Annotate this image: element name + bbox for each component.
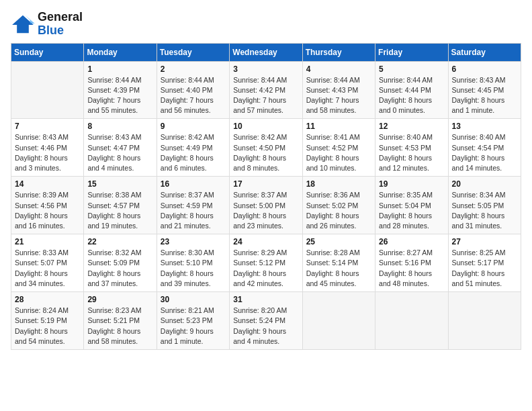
day-number: 9	[161, 122, 226, 131]
calendar-cell: 30Sunrise: 8:21 AM Sunset: 5:23 PM Dayli…	[157, 292, 229, 350]
day-info: Sunrise: 8:20 AM Sunset: 5:24 PM Dayligh…	[233, 306, 298, 347]
calendar-cell: 27Sunrise: 8:25 AM Sunset: 5:17 PM Dayli…	[448, 234, 521, 292]
day-info: Sunrise: 8:44 AM Sunset: 4:39 PM Dayligh…	[87, 75, 152, 116]
day-number: 27	[452, 237, 517, 246]
header-tuesday: Tuesday	[157, 43, 229, 61]
calendar-header-row: SundayMondayTuesdayWednesdayThursdayFrid…	[11, 43, 521, 61]
calendar-cell: 19Sunrise: 8:35 AM Sunset: 5:04 PM Dayli…	[375, 177, 448, 234]
day-info: Sunrise: 8:44 AM Sunset: 4:44 PM Dayligh…	[379, 75, 444, 116]
day-number: 6	[452, 64, 517, 74]
day-info: Sunrise: 8:25 AM Sunset: 5:17 PM Dayligh…	[452, 248, 517, 289]
header-wednesday: Wednesday	[230, 43, 302, 61]
day-number: 31	[233, 295, 298, 304]
day-number: 22	[87, 237, 152, 246]
day-info: Sunrise: 8:36 AM Sunset: 5:02 PM Dayligh…	[306, 190, 371, 231]
week-row-4: 21Sunrise: 8:33 AM Sunset: 5:07 PM Dayli…	[11, 234, 521, 292]
day-number: 11	[306, 122, 371, 131]
calendar-cell: 5Sunrise: 8:44 AM Sunset: 4:44 PM Daylig…	[375, 61, 448, 119]
day-info: Sunrise: 8:42 AM Sunset: 4:50 PM Dayligh…	[233, 132, 298, 173]
calendar-cell	[375, 292, 448, 350]
day-info: Sunrise: 8:28 AM Sunset: 5:14 PM Dayligh…	[306, 248, 371, 289]
day-number: 19	[379, 179, 444, 189]
calendar-cell: 26Sunrise: 8:27 AM Sunset: 5:16 PM Dayli…	[375, 234, 448, 292]
day-info: Sunrise: 8:33 AM Sunset: 5:07 PM Dayligh…	[15, 248, 80, 289]
day-number: 12	[379, 122, 444, 131]
day-number: 16	[161, 179, 226, 189]
calendar-cell	[448, 292, 521, 350]
day-info: Sunrise: 8:32 AM Sunset: 5:09 PM Dayligh…	[87, 248, 152, 289]
day-number: 18	[306, 179, 371, 189]
logo-text: General Blue	[38, 11, 83, 38]
page-header: General Blue	[11, 11, 521, 38]
day-info: Sunrise: 8:37 AM Sunset: 5:00 PM Dayligh…	[233, 190, 298, 231]
day-number: 4	[306, 64, 371, 74]
day-info: Sunrise: 8:43 AM Sunset: 4:45 PM Dayligh…	[452, 75, 517, 116]
day-info: Sunrise: 8:23 AM Sunset: 5:21 PM Dayligh…	[87, 306, 152, 347]
calendar-cell: 21Sunrise: 8:33 AM Sunset: 5:07 PM Dayli…	[11, 234, 84, 292]
calendar-cell: 4Sunrise: 8:44 AM Sunset: 4:43 PM Daylig…	[302, 61, 375, 119]
week-row-3: 14Sunrise: 8:39 AM Sunset: 4:56 PM Dayli…	[11, 177, 521, 234]
day-number: 17	[233, 179, 298, 189]
day-number: 21	[15, 237, 80, 246]
calendar-cell: 9Sunrise: 8:42 AM Sunset: 4:49 PM Daylig…	[157, 119, 229, 177]
day-number: 8	[87, 122, 152, 131]
day-info: Sunrise: 8:40 AM Sunset: 4:53 PM Dayligh…	[379, 132, 444, 173]
day-number: 30	[161, 295, 226, 304]
day-number: 10	[233, 122, 298, 131]
day-info: Sunrise: 8:27 AM Sunset: 5:16 PM Dayligh…	[379, 248, 444, 289]
logo-general: General	[38, 11, 83, 24]
day-info: Sunrise: 8:35 AM Sunset: 5:04 PM Dayligh…	[379, 190, 444, 231]
day-number: 23	[161, 237, 226, 246]
day-number: 2	[161, 64, 226, 74]
day-info: Sunrise: 8:24 AM Sunset: 5:19 PM Dayligh…	[15, 306, 80, 347]
logo: General Blue	[11, 11, 83, 38]
calendar-cell: 10Sunrise: 8:42 AM Sunset: 4:50 PM Dayli…	[230, 119, 302, 177]
day-info: Sunrise: 8:29 AM Sunset: 5:12 PM Dayligh…	[233, 248, 298, 289]
day-number: 1	[87, 64, 152, 74]
calendar-cell: 1Sunrise: 8:44 AM Sunset: 4:39 PM Daylig…	[84, 61, 157, 119]
day-number: 24	[233, 237, 298, 246]
day-number: 20	[452, 179, 517, 189]
calendar-cell: 23Sunrise: 8:30 AM Sunset: 5:10 PM Dayli…	[157, 234, 229, 292]
calendar-cell: 12Sunrise: 8:40 AM Sunset: 4:53 PM Dayli…	[375, 119, 448, 177]
day-number: 15	[87, 179, 152, 189]
header-monday: Monday	[84, 43, 157, 61]
day-info: Sunrise: 8:42 AM Sunset: 4:49 PM Dayligh…	[161, 132, 226, 173]
calendar-cell: 16Sunrise: 8:37 AM Sunset: 4:59 PM Dayli…	[157, 177, 229, 234]
day-info: Sunrise: 8:34 AM Sunset: 5:05 PM Dayligh…	[452, 190, 517, 231]
header-friday: Friday	[375, 43, 448, 61]
calendar-cell: 29Sunrise: 8:23 AM Sunset: 5:21 PM Dayli…	[84, 292, 157, 350]
day-info: Sunrise: 8:30 AM Sunset: 5:10 PM Dayligh…	[161, 248, 226, 289]
calendar-cell: 8Sunrise: 8:43 AM Sunset: 4:47 PM Daylig…	[84, 119, 157, 177]
calendar-table: SundayMondayTuesdayWednesdayThursdayFrid…	[11, 43, 521, 350]
day-info: Sunrise: 8:44 AM Sunset: 4:40 PM Dayligh…	[161, 75, 226, 116]
day-info: Sunrise: 8:43 AM Sunset: 4:47 PM Dayligh…	[87, 132, 152, 173]
calendar-cell: 15Sunrise: 8:38 AM Sunset: 4:57 PM Dayli…	[84, 177, 157, 234]
day-number: 25	[306, 237, 371, 246]
calendar-cell	[302, 292, 375, 350]
day-number: 28	[15, 295, 80, 304]
calendar-cell: 24Sunrise: 8:29 AM Sunset: 5:12 PM Dayli…	[230, 234, 302, 292]
header-thursday: Thursday	[302, 43, 375, 61]
week-row-1: 1Sunrise: 8:44 AM Sunset: 4:39 PM Daylig…	[11, 61, 521, 119]
header-saturday: Saturday	[448, 43, 521, 61]
calendar-cell: 7Sunrise: 8:43 AM Sunset: 4:46 PM Daylig…	[11, 119, 84, 177]
calendar-cell: 17Sunrise: 8:37 AM Sunset: 5:00 PM Dayli…	[230, 177, 302, 234]
day-number: 13	[452, 122, 517, 131]
calendar-cell: 22Sunrise: 8:32 AM Sunset: 5:09 PM Dayli…	[84, 234, 157, 292]
day-info: Sunrise: 8:41 AM Sunset: 4:52 PM Dayligh…	[306, 132, 371, 173]
calendar-cell: 25Sunrise: 8:28 AM Sunset: 5:14 PM Dayli…	[302, 234, 375, 292]
day-info: Sunrise: 8:43 AM Sunset: 4:46 PM Dayligh…	[15, 132, 80, 173]
day-number: 26	[379, 237, 444, 246]
day-number: 5	[379, 64, 444, 74]
calendar-cell: 14Sunrise: 8:39 AM Sunset: 4:56 PM Dayli…	[11, 177, 84, 234]
week-row-5: 28Sunrise: 8:24 AM Sunset: 5:19 PM Dayli…	[11, 292, 521, 350]
day-info: Sunrise: 8:40 AM Sunset: 4:54 PM Dayligh…	[452, 132, 517, 173]
calendar-cell: 28Sunrise: 8:24 AM Sunset: 5:19 PM Dayli…	[11, 292, 84, 350]
day-info: Sunrise: 8:39 AM Sunset: 4:56 PM Dayligh…	[15, 190, 80, 231]
calendar-cell: 13Sunrise: 8:40 AM Sunset: 4:54 PM Dayli…	[448, 119, 521, 177]
logo-icon	[11, 14, 35, 34]
svg-marker-0	[12, 15, 34, 33]
calendar-cell	[11, 61, 84, 119]
day-number: 7	[15, 122, 80, 131]
